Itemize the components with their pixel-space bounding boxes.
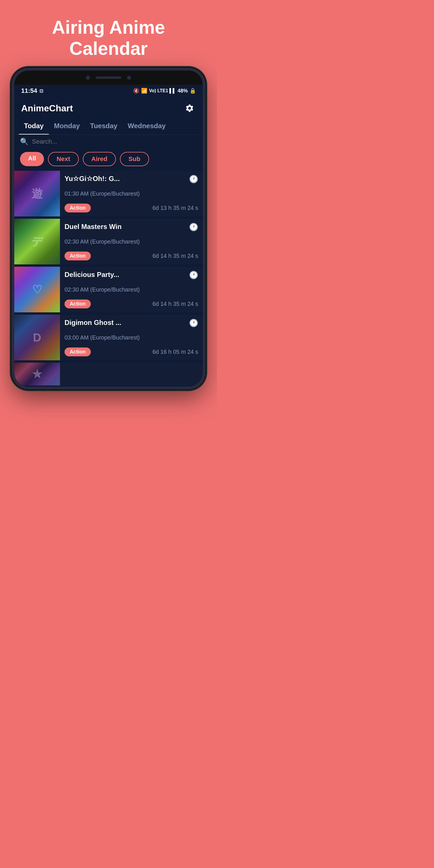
filter-aired[interactable]: Aired (83, 152, 116, 166)
filter-all[interactable]: All (20, 152, 44, 166)
tab-today[interactable]: Today (19, 118, 49, 135)
genre-badge: Action (65, 347, 91, 356)
anime-top-row: Delicious Party... 🕐 (65, 271, 198, 280)
filter-sub[interactable]: Sub (120, 152, 149, 166)
anime-time: 01:30 AM (Europe/Bucharest) (65, 190, 198, 197)
thumb-placeholder: デ (14, 219, 60, 265)
countdown: 6d 16 h 05 m 24 s (152, 349, 198, 355)
scroll-indicator (205, 213, 206, 236)
anime-thumbnail: デ (14, 219, 60, 265)
list-item[interactable]: 遊 Yu☆Gi☆Oh!: G... 🕐 01:30 AM (Europe/Buc… (14, 171, 203, 216)
battery-icon: 🔒 (190, 88, 196, 94)
anime-info: Delicious Party... 🕐 02:30 AM (Europe/Bu… (60, 267, 203, 312)
anime-bottom-row: Action 6d 16 h 05 m 24 s (65, 347, 198, 356)
anime-bottom-row: Action 6d 14 h 35 m 24 s (65, 252, 198, 260)
anime-info: Duel Masters Win 🕐 02:30 AM (Europe/Buch… (60, 219, 203, 265)
mute-icon: 🔇 (133, 88, 140, 94)
tab-wednesday[interactable]: Wednesday (123, 118, 171, 135)
anime-name: Digimon Ghost ... (65, 319, 186, 327)
list-item[interactable]: デ Duel Masters Win 🕐 02:30 AM (Europe/Bu… (14, 219, 203, 265)
thumb-placeholder: 遊 (14, 171, 60, 216)
hero-title: Airing Anime Calendar (11, 17, 206, 59)
anime-time: 02:30 AM (Europe/Bucharest) (65, 286, 198, 293)
genre-badge: Action (65, 300, 91, 308)
countdown: 6d 14 h 35 m 24 s (152, 253, 198, 259)
phone-frame: 11:54 ⊡ 🔇 📶 Vo) LTE1 ▌▌ 48% 🔒 AnimeChart (11, 68, 206, 390)
filter-chips: All Next Aired Sub (14, 149, 203, 169)
anime-name: Delicious Party... (65, 271, 186, 279)
anime-thumbnail: D (14, 315, 60, 360)
anime-info: Digimon Ghost ... 🕐 03:00 AM (Europe/Buc… (60, 315, 203, 360)
status-left: 11:54 ⊡ (21, 87, 43, 94)
anime-top-row: Yu☆Gi☆Oh!: G... 🕐 (65, 175, 198, 184)
alarm-icon: 🕐 (189, 271, 198, 280)
thumb-placeholder: ★ (14, 363, 60, 385)
genre-badge: Action (65, 252, 91, 260)
anime-name: Duel Masters Win (65, 223, 186, 231)
alarm-icon: 🕐 (189, 223, 198, 231)
anime-name: Yu☆Gi☆Oh!: G... (65, 175, 186, 183)
tab-tuesday[interactable]: Tuesday (85, 118, 123, 135)
anime-thumbnail: ★ (14, 363, 60, 385)
list-item[interactable]: ♡ Delicious Party... 🕐 02:30 AM (Europe/… (14, 267, 203, 312)
anime-info (60, 363, 203, 385)
notification-icon: ⊡ (39, 88, 43, 94)
anime-time: 03:00 AM (Europe/Bucharest) (65, 334, 198, 341)
anime-bottom-row: Action 6d 14 h 35 m 24 s (65, 300, 198, 308)
settings-button[interactable] (183, 102, 196, 115)
filter-next[interactable]: Next (48, 152, 79, 166)
day-tabs: Today Monday Tuesday Wednesday (14, 118, 203, 135)
camera-dot (86, 76, 90, 80)
anime-bottom-row: Action 6d 13 h 35 m 24 s (65, 204, 198, 212)
countdown: 6d 13 h 35 m 24 s (152, 205, 198, 211)
signal-icon: Vo) LTE1 ▌▌ (149, 88, 176, 93)
search-bar: 🔍 (14, 135, 203, 149)
search-icon: 🔍 (20, 137, 29, 146)
speaker-bar (96, 76, 121, 79)
countdown: 6d 14 h 35 m 24 s (152, 301, 198, 307)
phone-notch (14, 70, 203, 85)
gear-icon (185, 104, 194, 113)
status-time: 11:54 (21, 87, 37, 94)
wifi-icon: 📶 (141, 88, 147, 94)
tab-monday[interactable]: Monday (49, 118, 85, 135)
alarm-icon: 🕐 (189, 175, 198, 184)
status-right: 🔇 📶 Vo) LTE1 ▌▌ 48% 🔒 (133, 88, 196, 94)
genre-badge: Action (65, 204, 91, 212)
list-item[interactable]: D Digimon Ghost ... 🕐 03:00 AM (Europe/B… (14, 315, 203, 360)
thumb-placeholder: D (14, 315, 60, 360)
anime-info: Yu☆Gi☆Oh!: G... 🕐 01:30 AM (Europe/Bucha… (60, 171, 203, 216)
phone-wrapper: 11:54 ⊡ 🔇 📶 Vo) LTE1 ▌▌ 48% 🔒 AnimeChart (11, 68, 206, 390)
alarm-icon: 🕐 (189, 319, 198, 328)
camera-dot-2 (127, 76, 131, 80)
status-bar: 11:54 ⊡ 🔇 📶 Vo) LTE1 ▌▌ 48% 🔒 (14, 85, 203, 97)
anime-thumbnail: 遊 (14, 171, 60, 216)
thumb-placeholder: ♡ (14, 267, 60, 312)
app-header: AnimeChart (14, 97, 203, 118)
battery-level: 48% (178, 88, 188, 94)
anime-list: 遊 Yu☆Gi☆Oh!: G... 🕐 01:30 AM (Europe/Buc… (14, 169, 203, 386)
anime-top-row: Duel Masters Win 🕐 (65, 223, 198, 231)
anime-time: 02:30 AM (Europe/Bucharest) (65, 239, 198, 245)
anime-thumbnail: ♡ (14, 267, 60, 312)
hero-section: Airing Anime Calendar (0, 0, 217, 68)
search-input[interactable] (32, 138, 197, 145)
list-item[interactable]: ★ (14, 363, 203, 385)
app-title: AnimeChart (21, 103, 73, 114)
anime-top-row: Digimon Ghost ... 🕐 (65, 319, 198, 328)
